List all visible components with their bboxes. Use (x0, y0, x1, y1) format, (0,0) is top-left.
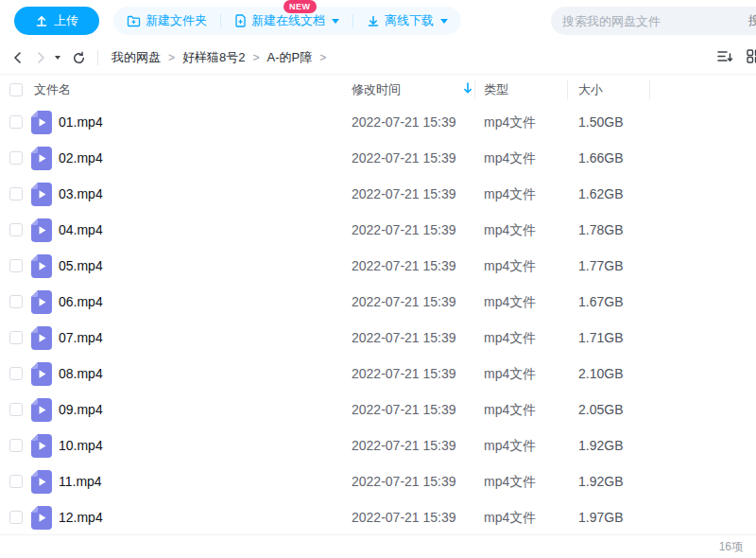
file-type: mp4文件 (484, 402, 536, 419)
new-folder-button[interactable]: 新建文件夹 (113, 7, 220, 35)
refresh-button[interactable] (72, 51, 86, 65)
file-name[interactable]: 07.mp4 (59, 330, 103, 345)
column-divider (567, 80, 568, 99)
row-checkbox[interactable] (9, 331, 23, 344)
breadcrumb: 我的网盘 > 好样猫8号2 > A-的P障 > (112, 49, 334, 66)
file-row[interactable]: 03.mp4 2022-07-21 15:39 mp4文件 1.62GB (0, 176, 756, 212)
toolbar: 上传 新建文件夹 新建在线文档 离线下载 (0, 0, 756, 42)
file-size: 1.92GB (578, 474, 623, 489)
new-folder-icon (127, 15, 141, 27)
file-name[interactable]: 02.mp4 (59, 150, 103, 166)
file-name[interactable]: 05.mp4 (59, 258, 103, 273)
file-row[interactable]: 08.mp4 2022-07-21 15:39 mp4文件 2.10GB (0, 356, 756, 392)
video-file-icon (31, 218, 52, 246)
view-controls (717, 42, 756, 74)
item-count: 16项 (719, 539, 743, 555)
file-row[interactable]: 01.mp4 2022-07-21 15:39 mp4文件 1.50GB (0, 104, 756, 140)
new-doc-icon (234, 14, 247, 27)
search-button[interactable]: 搜索 (740, 12, 756, 29)
select-all-checkbox[interactable] (9, 83, 23, 96)
file-size: 2.10GB (578, 366, 623, 381)
row-checkbox[interactable] (9, 259, 23, 272)
new-folder-label: 新建文件夹 (146, 12, 207, 29)
file-type: mp4文件 (484, 330, 536, 347)
upload-button-label: 上传 (54, 12, 78, 29)
file-modified-time: 2022-07-21 15:39 (352, 222, 456, 237)
file-modified-time: 2022-07-21 15:39 (352, 366, 456, 381)
offline-download-label: 离线下载 (385, 12, 434, 29)
file-row[interactable]: 09.mp4 2022-07-21 15:39 mp4文件 2.05GB (0, 392, 756, 427)
video-file-icon (31, 434, 52, 462)
history-caret-icon[interactable] (55, 56, 60, 60)
row-checkbox[interactable] (9, 367, 23, 380)
column-header-size[interactable]: 大小 (578, 81, 603, 98)
file-size: 1.66GB (578, 150, 623, 166)
search-input[interactable] (551, 14, 740, 28)
row-checkbox[interactable] (9, 475, 23, 488)
row-checkbox[interactable] (9, 151, 23, 165)
file-size: 1.92GB (578, 438, 623, 453)
video-file-icon (31, 470, 52, 497)
file-type: mp4文件 (484, 438, 536, 455)
row-checkbox[interactable] (9, 439, 23, 452)
file-modified-time: 2022-07-21 15:39 (352, 438, 456, 453)
forward-button[interactable] (34, 51, 47, 64)
row-checkbox[interactable] (9, 187, 23, 201)
file-name[interactable]: 01.mp4 (59, 114, 103, 130)
chevron-down-icon (332, 19, 339, 24)
video-file-icon (31, 183, 52, 210)
file-row[interactable]: 12.mp4 2022-07-21 15:39 mp4文件 1.97GB (0, 499, 756, 535)
row-checkbox[interactable] (9, 295, 23, 308)
column-header-name[interactable]: 文件名 (34, 81, 71, 98)
file-name[interactable]: 08.mp4 (59, 366, 103, 381)
search-box: 搜索 (551, 7, 756, 35)
file-name[interactable]: 11.mp4 (59, 474, 102, 489)
file-row[interactable]: 05.mp4 2022-07-21 15:39 mp4文件 1.77GB (0, 248, 756, 284)
file-modified-time: 2022-07-21 15:39 (352, 330, 456, 345)
breadcrumb-item-current[interactable]: A-的P障 (267, 49, 313, 66)
video-file-icon (31, 147, 52, 174)
file-table-header: 文件名 修改时间 类型 大小 (0, 74, 756, 104)
file-name[interactable]: 04.mp4 (59, 222, 103, 237)
column-header-modified[interactable]: 修改时间 (352, 81, 401, 98)
file-size: 1.62GB (578, 186, 623, 201)
nav-divider (97, 50, 98, 65)
file-name[interactable]: 10.mp4 (59, 438, 103, 453)
column-header-type[interactable]: 类型 (484, 81, 508, 98)
upload-button[interactable]: 上传 (14, 7, 99, 35)
sort-desc-icon[interactable] (717, 49, 733, 67)
breadcrumb-item-root[interactable]: 我的网盘 (112, 49, 161, 66)
breadcrumb-item-folder[interactable]: 好样猫8号2 (182, 49, 245, 66)
file-modified-time: 2022-07-21 15:39 (352, 186, 456, 201)
file-size: 2.05GB (578, 402, 623, 417)
video-file-icon (31, 111, 52, 138)
navigation-bar: 我的网盘 > 好样猫8号2 > A-的P障 > (0, 42, 756, 74)
file-list: 01.mp4 2022-07-21 15:39 mp4文件 1.50GB 02.… (0, 104, 756, 535)
file-row[interactable]: 06.mp4 2022-07-21 15:39 mp4文件 1.67GB (0, 284, 756, 320)
new-feature-badge: NEW (284, 0, 317, 13)
file-row[interactable]: 07.mp4 2022-07-21 15:39 mp4文件 1.71GB (0, 320, 756, 356)
file-name[interactable]: 03.mp4 (59, 186, 103, 201)
row-checkbox[interactable] (9, 223, 23, 236)
file-modified-time: 2022-07-21 15:39 (352, 150, 456, 166)
offline-download-button[interactable]: 离线下载 (353, 7, 461, 35)
row-checkbox[interactable] (9, 115, 23, 129)
chevron-down-icon (440, 19, 448, 24)
file-size: 1.71GB (578, 330, 623, 345)
video-file-icon (31, 398, 52, 426)
file-row[interactable]: 04.mp4 2022-07-21 15:39 mp4文件 1.78GB (0, 212, 756, 248)
grid-view-icon[interactable] (747, 49, 756, 67)
column-divider (474, 80, 475, 99)
breadcrumb-separator: > (319, 51, 326, 64)
row-checkbox[interactable] (9, 403, 23, 416)
file-size: 1.78GB (578, 222, 623, 237)
file-row[interactable]: 11.mp4 2022-07-21 15:39 mp4文件 1.92GB (0, 463, 756, 499)
back-button[interactable] (11, 51, 25, 64)
sort-arrow-icon[interactable] (463, 82, 472, 97)
row-checkbox[interactable] (9, 511, 23, 524)
file-row[interactable]: 10.mp4 2022-07-21 15:39 mp4文件 1.92GB (0, 427, 756, 463)
file-name[interactable]: 12.mp4 (59, 510, 103, 525)
file-row[interactable]: 02.mp4 2022-07-21 15:39 mp4文件 1.66GB (0, 140, 756, 176)
file-name[interactable]: 09.mp4 (59, 402, 103, 417)
file-name[interactable]: 06.mp4 (59, 294, 103, 309)
